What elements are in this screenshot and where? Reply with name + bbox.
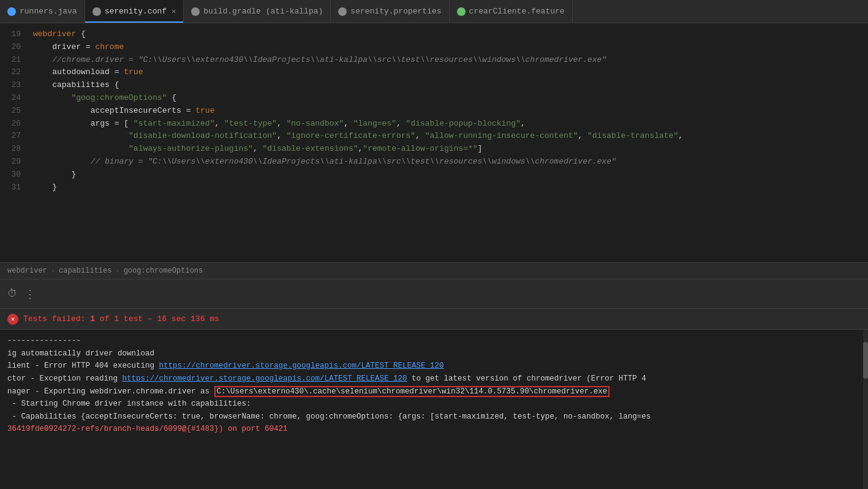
tab-serenity-conf[interactable]: serenity.conf ✕	[85, 0, 184, 23]
console-scrollbar-thumb[interactable]	[863, 342, 868, 379]
tab-crear-cliente[interactable]: crearCliente.feature	[450, 0, 573, 23]
clock-icon[interactable]: ⏱	[7, 288, 17, 300]
line-num-30: 30	[0, 169, 28, 181]
tab-serenity-conf-label: serenity.conf	[105, 7, 167, 16]
code-line-20: driver = chrome	[31, 41, 868, 54]
console-line-port: 36419fde0924272-refs/branch-heads/6099@{…	[7, 423, 861, 436]
line-num-22: 22	[0, 66, 28, 79]
console-output[interactable]: ---------------- ig automatically driver…	[0, 330, 868, 489]
tab-build-gradle[interactable]: build.gradle (ati-kallpa)	[184, 0, 331, 23]
code-line-27: "disable-download-notification", "ignore…	[31, 130, 868, 143]
test-failed-icon: ✕	[7, 314, 18, 325]
tests-failed-detail: of 1 test – 16 sec 136 ms	[100, 314, 219, 324]
serenity-conf-tab-icon	[92, 7, 101, 16]
code-line-19: webdriver {	[31, 28, 868, 41]
breadcrumb-sep-1: ›	[51, 267, 55, 275]
code-line-24: "goog:chromeOptions" {	[31, 92, 868, 105]
line-num-26: 26	[0, 118, 28, 131]
breadcrumb-bar: webdriver › capabilities › goog:chromeOp…	[0, 262, 868, 279]
editor-area: 19 20 21 22 23 24 25 26 27 28 29 30 31 w…	[0, 23, 868, 262]
runners-tab-icon	[7, 7, 16, 16]
console-line-exporting: nager - Exporting webdriver.chrome.drive…	[7, 385, 861, 398]
link-latest-release-2[interactable]: https://chromedriver.storage.googleapis.…	[123, 374, 407, 383]
chromedriver-path: C:\Users\externo430\.cache\selenium\chro…	[214, 386, 610, 397]
tab-crear-cliente-label: crearCliente.feature	[469, 7, 565, 16]
tool-divider: ⏱ ⋮	[0, 279, 868, 309]
breadcrumb-item-chromeOptions[interactable]: goog:chromeOptions	[124, 267, 203, 275]
line-num-29: 29	[0, 156, 28, 169]
line-num-25: 25	[0, 105, 28, 118]
line-num-21: 21	[0, 54, 28, 67]
bottom-section: ⏱ ⋮ ✕ Tests failed: 1 of 1 test – 16 sec…	[0, 279, 868, 489]
tab-build-gradle-label: build.gradle (ati-kallpa)	[203, 7, 323, 16]
link-latest-release-1[interactable]: https://chromedriver.storage.googleapis.…	[159, 362, 444, 370]
tab-runners-label: runners.java	[20, 7, 77, 16]
console-line-starting: - Starting Chrome driver instance with c…	[7, 398, 861, 411]
code-line-23: capabilities {	[31, 79, 868, 92]
tab-serenity-properties-label: serenity.properties	[350, 7, 441, 16]
tests-failed-prefix: Tests failed:	[23, 314, 85, 324]
code-line-28: "always-authorize-plugins", "disable-ext…	[31, 143, 868, 156]
tab-serenity-conf-close[interactable]: ✕	[172, 7, 176, 16]
more-options-button[interactable]: ⋮	[25, 287, 36, 301]
code-line-25: acceptInsecureCerts = true	[31, 105, 868, 118]
console-line-error404: lient - Error HTTP 404 executing https:/…	[7, 360, 861, 373]
code-line-21: //chrome.driver = "C:\\Users\\externo430…	[31, 54, 868, 67]
code-line-29: // binary = "C:\\Users\\externo430\\Idea…	[31, 156, 868, 169]
line-num-24: 24	[0, 92, 28, 105]
test-results-bar: ✕ Tests failed: 1 of 1 test – 16 sec 136…	[0, 309, 868, 330]
code-line-30: }	[31, 169, 868, 181]
code-content[interactable]: webdriver { driver = chrome //chrome.dri…	[28, 23, 868, 262]
serenity-properties-tab-icon	[338, 7, 347, 16]
line-num-27: 27	[0, 130, 28, 143]
crear-cliente-tab-icon	[457, 7, 466, 16]
line-num-28: 28	[0, 143, 28, 156]
code-container: 19 20 21 22 23 24 25 26 27 28 29 30 31 w…	[0, 23, 868, 262]
console-line-exception: ctor - Exception reading https://chromed…	[7, 373, 861, 385]
line-num-23: 23	[0, 79, 28, 92]
console-scrollbar-track[interactable]	[863, 330, 868, 489]
tests-failed-count: 1	[90, 314, 100, 324]
tab-bar: runners.java serenity.conf ✕ build.gradl…	[0, 0, 868, 23]
tab-serenity-properties[interactable]: serenity.properties	[331, 0, 449, 23]
test-failed-label: Tests failed: 1 of 1 test – 16 sec 136 m…	[23, 314, 219, 324]
line-num-20: 20	[0, 41, 28, 54]
code-line-26: args = [ "start-maximized", "test-type",…	[31, 118, 868, 131]
code-line-31: }	[31, 181, 868, 194]
code-line-22: autodownload = true	[31, 66, 868, 79]
tab-runners[interactable]: runners.java	[0, 0, 85, 23]
line-numbers: 19 20 21 22 23 24 25 26 27 28 29 30 31	[0, 23, 28, 262]
breadcrumb-item-capabilities[interactable]: capabilities	[59, 267, 111, 275]
breadcrumb-item-webdriver[interactable]: webdriver	[7, 267, 47, 275]
console-line-capabilities: - Capabilities {acceptInsecureCerts: tru…	[7, 411, 861, 423]
breadcrumb-sep-2: ›	[115, 267, 119, 275]
line-num-19: 19	[0, 28, 28, 41]
line-num-31: 31	[0, 181, 28, 194]
console-line-autodownload: ig automatically driver download	[7, 347, 861, 360]
console-line-separator: ----------------	[7, 335, 861, 347]
build-gradle-tab-icon	[191, 7, 200, 16]
